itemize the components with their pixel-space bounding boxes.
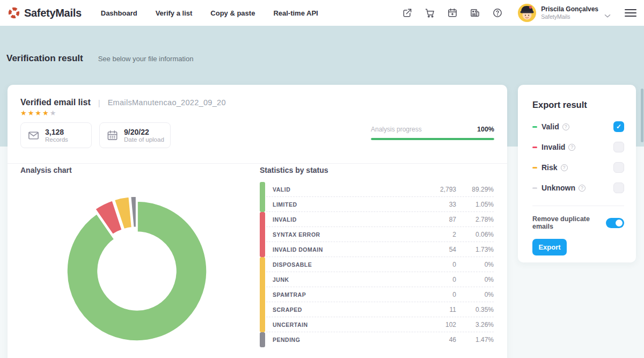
status-label: SPAMTRAP [273, 291, 306, 298]
stat-row-syntax-error: SYNTAX ERROR20.06% [260, 227, 494, 242]
status-percent: 0% [456, 291, 494, 298]
export-checkbox-valid[interactable]: ✓ [613, 121, 624, 132]
export-option-label: Invalid [541, 143, 565, 151]
status-count: 87 [419, 216, 456, 223]
nav-item-dashboard[interactable]: Dashboard [101, 9, 137, 17]
status-color-bar [260, 227, 265, 242]
verification-result-card: Verified email list | EmailsManutencao_2… [8, 85, 507, 358]
upload-date: 9/20/22 [124, 128, 164, 137]
help-icon[interactable]: ? [568, 144, 575, 151]
status-percent: 0% [456, 276, 494, 283]
status-dash-icon [532, 167, 537, 169]
rating-stars: ★★★★★ [20, 109, 57, 117]
statistics-title: Statistics by status [260, 166, 494, 174]
star-filled-icon: ★ [42, 109, 50, 117]
top-navbar: SafetyMails DashboardVerify a listCopy &… [0, 0, 644, 26]
external-link-icon[interactable] [402, 8, 413, 18]
analysis-progress: Analysis progress 100% [371, 122, 494, 140]
status-label: INVALID [273, 216, 297, 223]
stats-table: VALID2,79389.29%LIMITED331.05%INVALID872… [260, 182, 494, 347]
remove-duplicates-label: Remove duplicate emails [532, 215, 606, 230]
status-color-bar [260, 332, 265, 347]
status-color-bar [260, 197, 265, 212]
nav-item-real-time-api[interactable]: Real-time API [273, 9, 318, 17]
status-label: LIMITED [273, 201, 297, 208]
export-option-label: Unknown [541, 184, 575, 192]
export-options: Valid?✓Invalid?Risk?Unknown? [532, 116, 624, 198]
export-result-card: Export result Valid?✓Invalid?Risk?Unknow… [518, 85, 636, 262]
status-label: UNCERTAIN [273, 322, 308, 328]
page-header: Verification result See below your file … [6, 53, 193, 64]
export-option-risk: Risk? [532, 157, 624, 178]
stat-row-disposable: DISPOSABLE00% [260, 257, 494, 272]
status-label: VALID [273, 186, 290, 193]
star-empty-icon: ★ [50, 109, 57, 117]
file-name: EmailsManutencao_2022_09_20 [108, 98, 226, 107]
status-color-bar [260, 242, 265, 257]
status-dash-icon [532, 187, 537, 189]
export-checkbox-risk[interactable] [613, 162, 624, 173]
status-color-bar [260, 287, 265, 302]
records-count: 3,128 [45, 128, 68, 137]
status-color-bar [260, 257, 265, 272]
help-icon[interactable]: ? [561, 164, 568, 171]
nav-menu: DashboardVerify a listCopy & pasteReal-t… [101, 9, 318, 17]
calendar-icon[interactable] [447, 8, 458, 18]
help-icon[interactable] [492, 8, 503, 18]
progress-label: Analysis progress [371, 126, 422, 133]
status-count: 46 [419, 336, 456, 344]
navbar-right: Priscila Gonçalves SafetyMails [402, 4, 636, 22]
nav-item-verify-a-list[interactable]: Verify a list [156, 9, 193, 17]
status-percent: 0% [456, 261, 494, 268]
status-percent: 2.78% [456, 216, 494, 223]
progress-bar [371, 138, 494, 140]
vertical-scrollbar[interactable] [641, 89, 643, 142]
status-count: 102 [419, 321, 456, 328]
status-dash-icon [532, 147, 537, 148]
export-option-invalid: Invalid? [532, 137, 624, 157]
export-checkbox-invalid[interactable] [613, 142, 624, 152]
user-menu[interactable]: Priscila Gonçalves SafetyMails [518, 4, 611, 22]
stat-row-invalid-domain: INVALID DOMAIN541.73% [260, 242, 494, 257]
status-label: INVALID DOMAIN [273, 246, 323, 253]
records-info-box: 3,128 Records [20, 122, 92, 148]
user-name: Priscila Gonçalves [541, 5, 598, 13]
brand-name: SafetyMails [24, 7, 82, 19]
stat-row-limited: LIMITED331.05% [260, 197, 494, 212]
help-icon[interactable]: ? [562, 123, 569, 130]
card-divider [8, 163, 507, 164]
list-title: Verified email list [20, 98, 91, 107]
star-filled-icon: ★ [20, 109, 28, 117]
calendar-icon [106, 129, 119, 142]
stat-row-valid: VALID2,79389.29% [260, 182, 494, 197]
cart-icon[interactable] [425, 8, 435, 18]
status-count: 0 [419, 261, 456, 268]
statistics-panel: Statistics by status VALID2,79389.29%LIM… [260, 166, 494, 347]
remove-duplicates-toggle[interactable] [606, 218, 624, 228]
export-checkbox-unknown[interactable] [613, 182, 624, 193]
hamburger-menu-icon[interactable] [625, 9, 636, 17]
envelope-icon [27, 129, 40, 142]
stat-row-scraped: SCRAPED110.35% [260, 302, 494, 317]
star-filled-icon: ★ [28, 109, 35, 117]
billing-icon[interactable] [470, 8, 480, 18]
status-color-bar [260, 212, 265, 227]
stat-row-invalid: INVALID872.78% [260, 212, 494, 227]
status-color-bar [260, 182, 265, 197]
lifebuoy-logo-icon [8, 6, 20, 19]
status-color-bar [260, 317, 265, 332]
status-count: 11 [419, 306, 456, 313]
analysis-donut-chart [54, 188, 220, 354]
export-title: Export result [532, 100, 636, 110]
status-label: DISPOSABLE [273, 261, 312, 268]
nav-item-copy-paste[interactable]: Copy & paste [210, 9, 255, 17]
result-card-header: Verified email list | EmailsManutencao_2… [20, 98, 226, 107]
status-count: 2,793 [419, 186, 456, 193]
brand-logo[interactable]: SafetyMails [8, 6, 82, 19]
help-icon[interactable]: ? [579, 185, 586, 192]
status-percent: 89.29% [456, 186, 494, 193]
upload-date-info-box: 9/20/22 Date of upload [99, 122, 171, 148]
status-label: SYNTAX ERROR [273, 231, 320, 238]
export-option-label: Risk [541, 163, 558, 172]
export-button[interactable]: Export [532, 239, 567, 255]
